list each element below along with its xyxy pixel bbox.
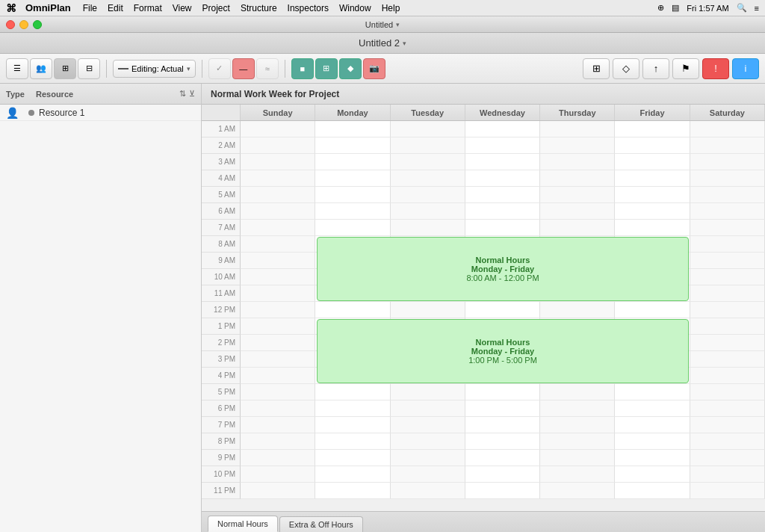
- sort-icon[interactable]: ⇅: [179, 89, 186, 99]
- cell-17-2[interactable]: [391, 400, 465, 417]
- flag-icon-button[interactable]: ⚑: [672, 58, 699, 79]
- cell-5-6[interactable]: [690, 203, 765, 220]
- cell-1-3[interactable]: [465, 137, 540, 154]
- cell-18-6[interactable]: [690, 417, 765, 433]
- filter-icon[interactable]: ⊻: [189, 89, 195, 99]
- upload-icon-button[interactable]: ↑: [642, 58, 669, 79]
- cell-2-3[interactable]: [465, 154, 540, 170]
- cell-20-6[interactable]: [690, 450, 765, 466]
- cell-14-0[interactable]: [241, 351, 315, 368]
- cell-15-0[interactable]: [241, 368, 315, 384]
- cell-22-2[interactable]: [391, 483, 465, 499]
- cell-20-0[interactable]: [241, 450, 315, 466]
- cell-9-6[interactable]: [690, 269, 765, 285]
- menu-help[interactable]: Help: [382, 3, 400, 13]
- cell-21-4[interactable]: [540, 466, 615, 483]
- cell-22-3[interactable]: [465, 483, 540, 499]
- cell-6-3[interactable]: [465, 220, 540, 236]
- cell-0-4[interactable]: [540, 121, 615, 137]
- cell-16-2[interactable]: [391, 384, 465, 400]
- cell-12-0[interactable]: [241, 318, 315, 335]
- cell-5-3[interactable]: [465, 203, 540, 220]
- cell-2-5[interactable]: [615, 154, 690, 170]
- cell-15-6[interactable]: [690, 368, 765, 384]
- cell-5-5[interactable]: [615, 203, 690, 220]
- cell-19-5[interactable]: [615, 433, 690, 450]
- cell-21-3[interactable]: [465, 466, 540, 483]
- event-normal-hours-12[interactable]: Normal HoursMonday - Friday1:00 PM - 5:0…: [317, 319, 688, 383]
- list-view-button[interactable]: ☰: [6, 58, 28, 79]
- cell-6-5[interactable]: [615, 220, 690, 236]
- cell-4-0[interactable]: [241, 187, 315, 203]
- cell-3-2[interactable]: [391, 170, 465, 187]
- cell-4-2[interactable]: [391, 187, 465, 203]
- cell-18-5[interactable]: [615, 417, 690, 433]
- cell-12-6[interactable]: [690, 318, 765, 335]
- cell-5-1[interactable]: [315, 203, 390, 220]
- apple-menu[interactable]: ⌘: [6, 2, 16, 14]
- task-icon-button[interactable]: ■: [291, 58, 314, 79]
- cell-22-4[interactable]: [540, 483, 615, 499]
- cell-0-6[interactable]: [690, 121, 765, 137]
- cell-3-5[interactable]: [615, 170, 690, 187]
- cell-18-4[interactable]: [540, 417, 615, 433]
- cell-4-1[interactable]: [315, 187, 390, 203]
- minimize-button[interactable]: [19, 20, 28, 29]
- cell-11-5[interactable]: [615, 302, 690, 318]
- cell-7-0[interactable]: [241, 236, 315, 253]
- diamond-icon-button[interactable]: ◇: [613, 58, 639, 79]
- cell-0-0[interactable]: [241, 121, 315, 137]
- cell-11-4[interactable]: [540, 302, 615, 318]
- cell-11-2[interactable]: [391, 302, 465, 318]
- cell-9-0[interactable]: [241, 269, 315, 285]
- cell-19-6[interactable]: [690, 433, 765, 450]
- cell-18-2[interactable]: [391, 417, 465, 433]
- tab-normal-hours[interactable]: Normal Hours: [208, 516, 278, 532]
- cell-17-4[interactable]: [540, 400, 615, 417]
- cell-4-4[interactable]: [540, 187, 615, 203]
- cell-1-2[interactable]: [391, 137, 465, 154]
- cell-16-6[interactable]: [690, 384, 765, 400]
- menu-file[interactable]: File: [83, 3, 97, 13]
- cell-2-0[interactable]: [241, 154, 315, 170]
- cell-20-3[interactable]: [465, 450, 540, 466]
- cell-0-3[interactable]: [465, 121, 540, 137]
- cell-20-1[interactable]: [315, 450, 390, 466]
- document-tab[interactable]: Untitled 2 ▾: [359, 37, 406, 49]
- cell-19-2[interactable]: [391, 433, 465, 450]
- cell-6-2[interactable]: [391, 220, 465, 236]
- cell-6-1[interactable]: [315, 220, 390, 236]
- cell-17-3[interactable]: [465, 400, 540, 417]
- cell-11-6[interactable]: [690, 302, 765, 318]
- cell-2-4[interactable]: [540, 154, 615, 170]
- cell-20-2[interactable]: [391, 450, 465, 466]
- cell-20-4[interactable]: [540, 450, 615, 466]
- cell-19-4[interactable]: [540, 433, 615, 450]
- cell-13-6[interactable]: [690, 335, 765, 351]
- cell-2-6[interactable]: [690, 154, 765, 170]
- cell-13-0[interactable]: [241, 335, 315, 351]
- cell-18-1[interactable]: [315, 417, 390, 433]
- cell-1-4[interactable]: [540, 137, 615, 154]
- close-button[interactable]: [6, 20, 15, 29]
- network-view-button[interactable]: ⊟: [78, 58, 100, 79]
- cell-17-6[interactable]: [690, 400, 765, 417]
- menu-view[interactable]: View: [173, 3, 192, 13]
- cell-10-0[interactable]: [241, 285, 315, 302]
- gantt-view-button[interactable]: ⊞: [54, 58, 76, 79]
- camera-button[interactable]: 📷: [363, 58, 385, 79]
- action-btn-3[interactable]: ≈: [256, 58, 279, 79]
- cell-19-3[interactable]: [465, 433, 540, 450]
- warning-icon-button[interactable]: !: [702, 58, 729, 79]
- cell-4-5[interactable]: [615, 187, 690, 203]
- cell-11-0[interactable]: [241, 302, 315, 318]
- cell-17-5[interactable]: [615, 400, 690, 417]
- event-normal-hours-7[interactable]: Normal HoursMonday - Friday8:00 AM - 12:…: [317, 237, 688, 301]
- cell-3-4[interactable]: [540, 170, 615, 187]
- cell-17-0[interactable]: [241, 400, 315, 417]
- menu-structure[interactable]: Structure: [241, 3, 277, 13]
- cell-6-6[interactable]: [690, 220, 765, 236]
- cell-0-5[interactable]: [615, 121, 690, 137]
- cell-5-2[interactable]: [391, 203, 465, 220]
- cell-1-0[interactable]: [241, 137, 315, 154]
